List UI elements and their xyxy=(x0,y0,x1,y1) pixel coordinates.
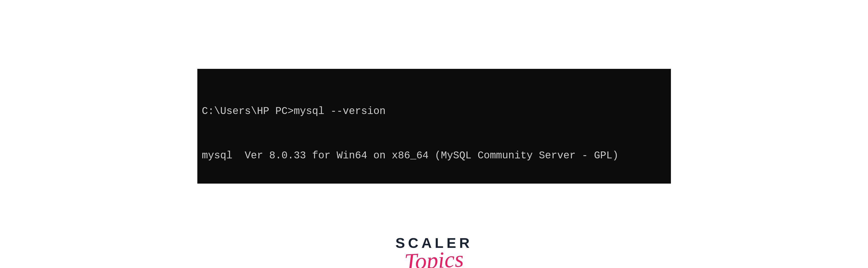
scaler-topics-logo: SCALER Topics xyxy=(396,235,472,268)
terminal-output-line: mysql Ver 8.0.33 for Win64 on x86_64 (My… xyxy=(202,148,666,163)
terminal-window[interactable]: C:\Users\HP PC>mysql --version mysql Ver… xyxy=(197,69,671,183)
terminal-prompt-line: C:\Users\HP PC>mysql --version xyxy=(202,104,666,119)
logo-product-text: Topics xyxy=(404,245,464,268)
